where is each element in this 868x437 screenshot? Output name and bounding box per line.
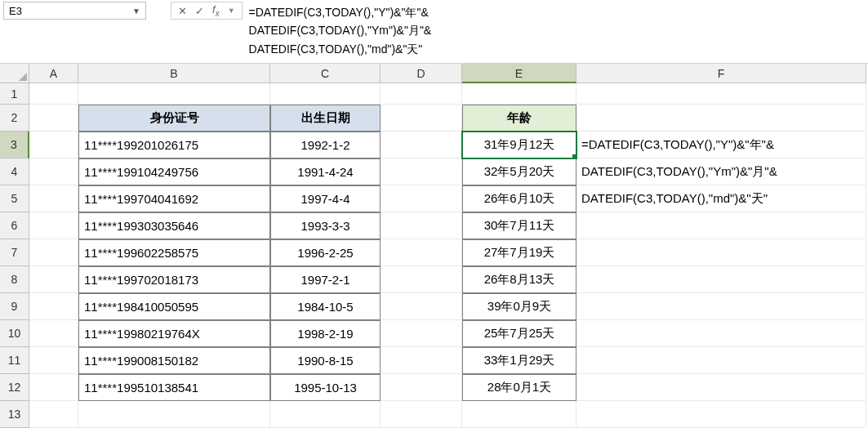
cell[interactable] [381,83,462,105]
spreadsheet-grid[interactable]: A B C D E F 1 2 3 4 5 6 7 8 9 10 11 12 1… [0,64,868,437]
cell[interactable] [29,374,78,401]
cell[interactable] [381,320,462,347]
table-header-age[interactable]: 年龄 [462,105,576,132]
cell[interactable] [29,347,78,374]
col-header-c[interactable]: C [270,64,381,83]
table-cell-id[interactable]: 11****199201026175 [78,132,270,158]
table-cell-age[interactable]: 26年8月13天 [462,266,576,293]
table-cell-age[interactable]: 30年7月11天 [462,212,576,239]
table-cell-age[interactable]: 25年7月25天 [462,320,576,347]
table-cell-id[interactable]: 11****199702018173 [78,266,270,293]
cell[interactable] [270,83,381,105]
cell[interactable] [29,239,78,266]
table-cell-age[interactable]: 32年5月20天 [462,158,576,185]
table-cell-birth[interactable]: 1997-2-1 [270,266,381,293]
table-cell-birth[interactable]: 1984-10-5 [270,293,381,320]
row-header[interactable]: 13 [0,401,29,428]
cell[interactable] [381,374,462,401]
table-header-birth[interactable]: 出生日期 [270,105,381,132]
cell[interactable] [576,293,866,320]
cell[interactable] [576,212,866,239]
cell[interactable] [29,293,78,320]
cell[interactable] [576,105,866,132]
table-cell-age[interactable]: 39年0月9天 [462,293,576,320]
cell[interactable] [381,158,462,185]
cell[interactable] [576,374,866,401]
cell[interactable] [29,401,78,428]
row-header[interactable]: 5 [0,185,29,212]
cell[interactable]: DATEDIF(C3,TODAY(),"Ym")&"月"& [576,158,866,185]
table-cell-birth[interactable]: 1993-3-3 [270,212,381,239]
row-header[interactable]: 7 [0,239,29,266]
table-cell-age[interactable]: 26年6月10天 [462,185,576,212]
cell[interactable] [29,83,78,105]
table-cell-age[interactable]: 31年9月12天 [462,132,576,158]
row-header[interactable]: 4 [0,158,29,185]
row-header[interactable]: 10 [0,320,29,347]
cell[interactable] [462,401,576,428]
select-all-corner[interactable] [0,64,29,83]
cell[interactable] [576,320,866,347]
cell[interactable] [576,401,866,428]
formula-input[interactable]: =DATEDIF(C3,TODAY(),"Y")&"年"& DATEDIF(C3… [243,2,865,60]
cell[interactable] [381,401,462,428]
col-header-a[interactable]: A [29,64,78,83]
cell[interactable] [29,158,78,185]
cell[interactable] [576,239,866,266]
table-cell-id[interactable]: 11****198410050595 [78,293,270,320]
cell[interactable] [576,266,866,293]
cell[interactable] [29,132,78,158]
chevron-down-icon[interactable]: ▼ [228,7,235,15]
table-cell-birth[interactable]: 1992-1-2 [270,132,381,158]
row-header[interactable]: 12 [0,374,29,401]
table-cell-id[interactable]: 11****199602258575 [78,239,270,266]
table-cell-id[interactable]: 11****199704041692 [78,185,270,212]
cell[interactable]: =DATEDIF(C3,TODAY(),"Y")&"年"& [576,132,866,158]
table-cell-id[interactable]: 11****199008150182 [78,347,270,374]
col-header-f[interactable]: F [576,64,866,83]
row-header[interactable]: 8 [0,266,29,293]
row-header[interactable]: 6 [0,212,29,239]
table-cell-age[interactable]: 33年1月29天 [462,347,576,374]
row-header[interactable]: 3 [0,132,29,158]
row-header[interactable]: 2 [0,105,29,132]
table-cell-id[interactable]: 11****199104249756 [78,158,270,185]
col-header-e[interactable]: E [462,64,576,83]
table-cell-age[interactable]: 28年0月1天 [462,374,576,401]
cell[interactable] [381,132,462,158]
table-cell-id[interactable]: 11****199303035646 [78,212,270,239]
cell[interactable] [381,293,462,320]
confirm-icon[interactable]: ✓ [195,5,204,17]
cancel-icon[interactable]: ✕ [178,5,187,17]
chevron-down-icon[interactable]: ▼ [132,7,140,16]
table-cell-birth[interactable]: 1997-4-4 [270,185,381,212]
cell[interactable] [78,83,270,105]
row-header[interactable]: 1 [0,83,29,105]
cell[interactable] [462,83,576,105]
table-cell-birth[interactable]: 1998-2-19 [270,320,381,347]
name-box[interactable]: E3 ▼ [3,2,146,20]
row-header[interactable]: 11 [0,347,29,374]
table-cell-id[interactable]: 11****199510138541 [78,374,270,401]
cell[interactable] [381,212,462,239]
cell[interactable] [576,83,866,105]
cell[interactable] [576,347,866,374]
table-cell-birth[interactable]: 1991-4-24 [270,158,381,185]
fx-icon[interactable]: fx [212,3,220,18]
cell[interactable]: DATEDIF(C3,TODAY(),"md")&"天" [576,185,866,212]
col-header-d[interactable]: D [381,64,462,83]
table-cell-id[interactable]: 11****19980219764X [78,320,270,347]
table-cell-birth[interactable]: 1990-8-15 [270,347,381,374]
cell[interactable] [78,401,270,428]
col-header-b[interactable]: B [78,64,270,83]
table-cell-age[interactable]: 27年7月19天 [462,239,576,266]
cell[interactable] [29,266,78,293]
cell[interactable] [381,105,462,132]
row-header[interactable]: 9 [0,293,29,320]
cell[interactable] [381,266,462,293]
cell[interactable] [29,320,78,347]
cell[interactable] [270,401,381,428]
cell[interactable] [381,239,462,266]
table-cell-birth[interactable]: 1995-10-13 [270,374,381,401]
table-header-id[interactable]: 身份证号 [78,105,270,132]
